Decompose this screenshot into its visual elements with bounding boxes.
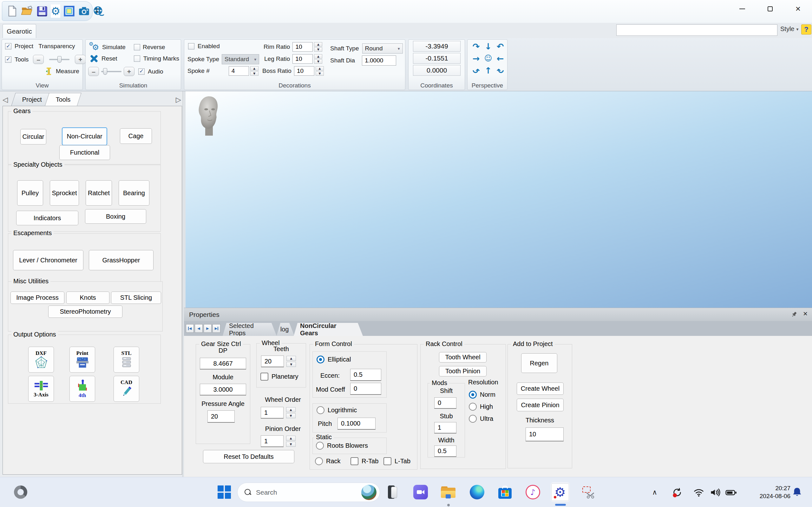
measure-button[interactable]: Measure — [56, 68, 79, 75]
spin-down-button[interactable]: ▼ — [286, 413, 296, 418]
tools-checkbox[interactable]: ✓ — [5, 56, 11, 63]
circular-button[interactable]: Circular — [20, 129, 46, 145]
create-wheel-button[interactable]: Create Wheel — [517, 383, 564, 395]
boxing-button[interactable]: Boxing — [85, 209, 146, 224]
close-button[interactable]: × — [784, 0, 812, 18]
thickness-input[interactable]: 10 — [525, 428, 564, 441]
project-checkbox[interactable]: ✓ — [5, 43, 11, 49]
tilt-down-icon[interactable]: ↓ — [482, 40, 494, 52]
capture-region-button[interactable] — [63, 4, 75, 18]
resolution-norm-radio[interactable] — [469, 391, 477, 399]
leg-ratio-value[interactable]: 10 — [293, 54, 313, 64]
toolbar-overflow-button[interactable]: ▾ — [93, 6, 101, 16]
transparency-minus-button[interactable]: – — [33, 55, 44, 64]
grasshopper-button[interactable]: GrassHopper — [89, 250, 154, 270]
stl-slicing-button[interactable]: STL Slicing — [111, 291, 161, 304]
boss-ratio-value[interactable]: 10 — [294, 66, 314, 76]
tray-notifications[interactable] — [792, 477, 806, 507]
export-dxf-button[interactable]: DXF — [28, 347, 54, 373]
non-circular-button[interactable]: Non-Circular — [62, 127, 107, 146]
tray-sync-status[interactable] — [672, 477, 686, 507]
wheel-order-value[interactable]: 1 — [261, 407, 284, 418]
ratchet-button[interactable]: Ratchet — [86, 180, 112, 206]
rack-radio[interactable] — [315, 457, 323, 465]
rotate-ccw-icon[interactable]: ↶ — [494, 40, 506, 52]
simulate-button[interactable]: Simulate — [102, 44, 125, 51]
sim-speed-minus-button[interactable]: – — [88, 67, 99, 76]
coordinate-z-value[interactable]: 0.0000 — [413, 65, 461, 76]
knots-button[interactable]: Knots — [66, 291, 109, 304]
tooth-wheel-button[interactable]: Tooth Wheel — [439, 352, 487, 362]
timing-marks-checkbox[interactable] — [134, 55, 140, 62]
taskbar-item-video-chat[interactable] — [411, 482, 430, 502]
shaft-dia-input[interactable]: 1.0000 — [362, 55, 396, 66]
tab-nav-prev-button[interactable]: ◀ — [195, 324, 203, 333]
reset-view-face-icon[interactable]: ☺ — [482, 52, 494, 64]
taskbar-item-gearotic-active[interactable]: ⚙ — [551, 482, 570, 502]
pan-left-icon[interactable]: ← — [494, 52, 506, 64]
stub-input[interactable]: 1 — [434, 422, 456, 434]
spoke-count-value[interactable]: 4 — [229, 66, 249, 76]
reset-to-defaults-button[interactable]: Reset To Defaults — [203, 450, 294, 463]
tab-noncircular-gears[interactable]: NonCircular Gears — [294, 323, 363, 336]
screenshot-button[interactable] — [78, 4, 90, 18]
tab-selected-props[interactable]: Selected Props — [223, 323, 276, 336]
lever-chronometer-button[interactable]: Lever / Chronometer — [13, 250, 84, 270]
module-input[interactable]: 3.0000 — [200, 384, 246, 395]
export-4th-axis-button[interactable]: 4th — [69, 376, 95, 402]
shift-input[interactable]: 0 — [434, 397, 456, 409]
tray-volume[interactable] — [710, 477, 724, 507]
taskbar-search[interactable]: Search — [237, 483, 380, 502]
pan-right-icon[interactable]: → — [470, 52, 482, 64]
sim-speed-slider-thumb[interactable] — [103, 68, 107, 75]
open-cad-button[interactable]: CAD — [113, 376, 139, 402]
desktop-spinner-icon[interactable] — [14, 486, 27, 499]
open-project-button[interactable] — [21, 4, 33, 18]
pressure-angle-input[interactable]: 20 — [207, 410, 235, 423]
sim-speed-slider[interactable] — [101, 71, 121, 72]
taskbar-item-edge[interactable] — [467, 482, 487, 502]
pulley-button[interactable]: Pulley — [17, 180, 43, 206]
spin-up-button[interactable]: ▲ — [286, 436, 296, 441]
tab-gearotic[interactable]: Gearotic — [3, 24, 36, 38]
reset-button[interactable]: Reset — [101, 55, 117, 62]
tooth-pinion-button[interactable]: Tooth Pinion — [439, 366, 487, 377]
taskbar-item-file-explorer[interactable] — [439, 482, 458, 502]
new-document-button[interactable] — [6, 4, 18, 18]
reverse-checkbox[interactable] — [134, 44, 140, 50]
decorations-enabled-checkbox[interactable] — [188, 43, 194, 49]
tray-wifi[interactable] — [693, 477, 707, 507]
tray-battery[interactable] — [725, 477, 740, 507]
planetary-checkbox[interactable] — [260, 373, 268, 381]
taskbar-item-itunes[interactable]: ♪ — [523, 482, 542, 502]
spin-up-button[interactable]: ▲ — [314, 42, 322, 47]
rim-ratio-value[interactable]: 10 — [293, 42, 313, 52]
stereophotometry-button[interactable]: StereoPhotometry — [48, 305, 122, 318]
tab-nav-last-button[interactable]: ▶ — [212, 324, 220, 333]
spin-down-button[interactable]: ▼ — [287, 362, 296, 367]
rotate-ccw-up-icon[interactable]: ↶ — [494, 64, 506, 76]
print-button[interactable]: Print — [69, 347, 95, 373]
transparency-plus-button[interactable]: + — [75, 55, 86, 64]
properties-close-icon[interactable]: × — [803, 310, 808, 318]
tab-nav-next-button[interactable]: ▶ — [204, 324, 212, 333]
regen-button[interactable]: Regen — [521, 353, 557, 373]
maximize-button[interactable] — [756, 0, 784, 18]
spin-up-button[interactable]: ▲ — [314, 54, 322, 59]
panel-tabs-scroll-left[interactable]: ◁ — [3, 96, 8, 104]
settings-button[interactable]: ⚙ — [51, 4, 60, 18]
spin-up-button[interactable]: ▲ — [316, 66, 324, 71]
spin-down-button[interactable]: ▼ — [316, 71, 324, 76]
spin-down-button[interactable]: ▼ — [286, 442, 296, 447]
sim-speed-plus-button[interactable]: + — [124, 67, 135, 76]
audio-checkbox[interactable]: ✓ — [138, 68, 145, 75]
coordinate-y-value[interactable]: -0.1551 — [413, 53, 461, 64]
viewport-3d[interactable] — [186, 91, 812, 308]
taskbar-item-snipping-tool[interactable] — [578, 482, 598, 502]
spin-up-button[interactable]: ▲ — [250, 66, 258, 71]
rotate-cw-up-icon[interactable]: ↷ — [470, 64, 482, 76]
save-project-button[interactable] — [36, 4, 48, 18]
transparency-slider-thumb[interactable] — [57, 56, 61, 63]
export-stl-button[interactable]: STL — [113, 347, 139, 373]
teeth-value[interactable]: 20 — [261, 355, 284, 367]
